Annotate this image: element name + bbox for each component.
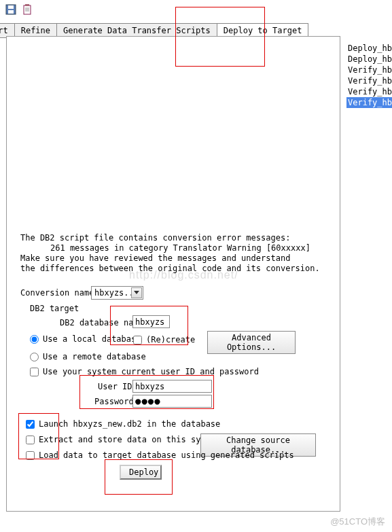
recreate-checkbox[interactable]	[133, 336, 142, 344]
use-local-row[interactable]: Use a local database	[30, 334, 141, 344]
recreate-label: (Re)create	[146, 335, 195, 344]
use-system-row[interactable]: Use your system current user ID and pass…	[30, 367, 259, 376]
use-remote-row[interactable]: Use a remote database	[30, 352, 146, 361]
use-remote-label: Use a remote database	[43, 352, 146, 361]
userid-input[interactable]	[132, 380, 212, 393]
load-row[interactable]: Load data to target database using gener…	[26, 450, 294, 460]
load-checkbox[interactable]	[26, 451, 35, 460]
msg-line: Make sure you have reviewed the messages…	[20, 253, 320, 264]
advanced-options-button[interactable]: Advanced Options...	[207, 331, 296, 354]
userid-label: User ID	[98, 382, 132, 391]
side-item[interactable]: Verify_hbxy	[346, 75, 392, 86]
use-local-label: Use a local database	[43, 334, 141, 344]
launch-label: Launch hbxyzs_new.db2 in the database	[39, 419, 220, 429]
svg-rect-1	[8, 10, 14, 14]
launch-checkbox[interactable]	[26, 420, 35, 429]
extract-label: Extract and store data on this system	[39, 435, 220, 444]
extract-row[interactable]: Extract and store data on this system	[26, 435, 220, 444]
use-local-radio[interactable]	[30, 335, 39, 344]
footer-watermark: @51CTO博客	[330, 516, 385, 528]
svg-rect-2	[8, 5, 14, 9]
side-item[interactable]: Verify_hbxy	[346, 65, 392, 75]
use-system-label: Use your system current user ID and pass…	[43, 367, 259, 376]
svg-rect-4	[25, 4, 29, 6]
save-icon[interactable]	[5, 4, 16, 17]
msg-line: The DB2 script file contains conversion …	[20, 233, 320, 243]
side-item[interactable]: Verify_hbxy	[346, 86, 392, 97]
password-input[interactable]: ●●●●	[132, 395, 212, 408]
side-item[interactable]: Deploy_hbxy	[346, 54, 392, 65]
extract-checkbox[interactable]	[26, 436, 35, 444]
use-remote-radio[interactable]	[30, 353, 39, 361]
db-name-label: DB2 database name	[60, 318, 143, 327]
db2-target-label: DB2 target	[30, 304, 79, 313]
conversion-messages: The DB2 script file contains conversion …	[20, 233, 320, 274]
conversion-name-combo[interactable]: hbxyzs...	[91, 286, 143, 300]
db-name-input[interactable]	[132, 315, 170, 328]
chevron-down-icon[interactable]	[131, 287, 142, 298]
launch-row[interactable]: Launch hbxyzs_new.db2 in the database	[26, 419, 220, 429]
use-system-checkbox[interactable]	[30, 368, 39, 376]
side-list: Deploy_hbxy Deploy_hbxy Verify_hbxy Veri…	[346, 43, 392, 108]
msg-line: 261 messages in category Translator Warn…	[20, 243, 320, 253]
deploy-button[interactable]: Deploy	[120, 465, 162, 480]
svg-marker-8	[134, 291, 139, 294]
clipboard-icon[interactable]	[22, 4, 33, 17]
load-label: Load data to target database using gener…	[39, 450, 294, 460]
msg-line: the differences between the original cod…	[20, 264, 320, 274]
conversion-name-label: Conversion name	[20, 288, 94, 298]
side-item-selected[interactable]: Verify_hbxy	[346, 97, 392, 108]
password-label: Password	[94, 397, 134, 406]
side-item[interactable]: Deploy_hbxy	[346, 43, 392, 54]
recreate-row[interactable]: (Re)create	[133, 335, 195, 344]
